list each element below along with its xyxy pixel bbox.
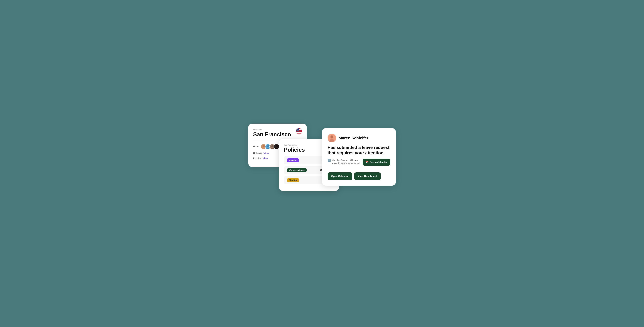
policies-view-link[interactable]: View [262,157,268,160]
action-row: Open Calendar View Dashboard [328,172,390,180]
svg-point-18 [263,145,265,147]
info-note: ℹ️ Madelyn Dorwart will be on leave duri… [328,159,363,165]
user-header: Maren Schleifer [328,134,390,142]
user-avatar [328,134,336,142]
location-label: Locations [253,128,302,131]
users-label: Users [253,145,259,148]
notification-title: Has submitted a leave request that requi… [328,145,390,156]
info-icon: ℹ️ [328,159,331,162]
svg-point-47 [330,135,333,138]
svg-point-7 [297,129,298,129]
holidays-view-link[interactable]: View [264,152,269,154]
svg-point-20 [267,145,269,147]
svg-rect-3 [296,132,302,133]
location-city: San Francisco [253,131,302,138]
avatar-4 [274,144,279,149]
scene: Locations San Francisco Users [248,124,396,203]
svg-point-12 [297,130,298,130]
svg-point-9 [297,129,297,130]
policies-label: Policies [253,157,261,160]
vacation-badge: Vacation [287,158,299,162]
info-note-text: Madelyn Dorwart will be on leave during … [332,159,363,165]
view-dashboard-button[interactable]: View Dashboard [354,172,380,180]
see-calendar-button[interactable]: 📅 See in Calendar [363,159,390,166]
holidays-label: Holidays [253,152,262,154]
open-calendar-button[interactable]: Open Calendar [328,172,352,180]
svg-point-10 [298,129,298,130]
svg-point-14 [297,131,297,131]
user-name: Maren Schleifer [339,136,368,140]
sick-badge: Sick Day [287,178,299,182]
svg-point-23 [271,145,274,147]
svg-point-11 [296,130,297,130]
svg-point-26 [276,145,278,147]
svg-point-15 [298,131,298,131]
calendar-icon: 📅 [366,161,369,163]
svg-point-13 [298,130,298,130]
wfh-badge: Work from home [287,168,307,172]
svg-point-6 [296,129,297,129]
flag-badge [296,128,302,135]
svg-point-17 [262,148,266,149]
svg-point-8 [298,129,298,129]
see-calendar-label: See in Calendar [370,161,387,163]
notification-card: Maren Schleifer Has submitted a leave re… [322,128,396,186]
